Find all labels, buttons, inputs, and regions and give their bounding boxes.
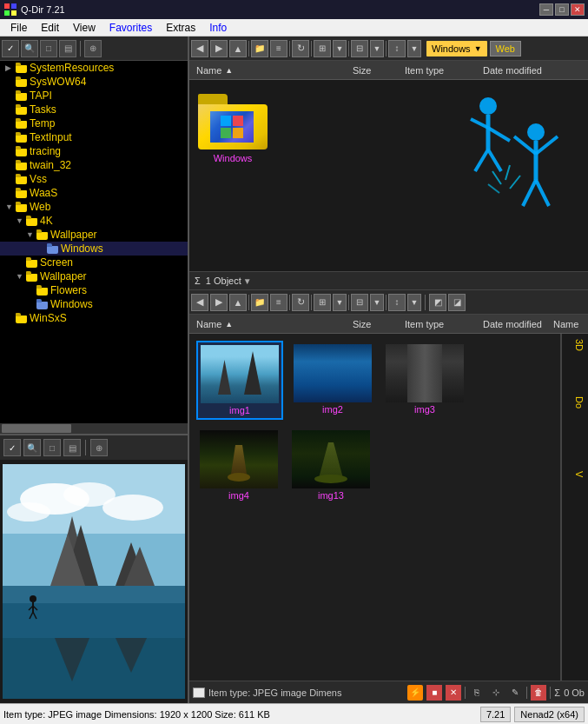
col-type[interactable]: Item type — [401, 65, 479, 76]
tree-btn-4[interactable]: ▤ — [59, 40, 76, 57]
tree-hscroll[interactable] — [0, 423, 188, 434]
status-icon-edit[interactable]: ✎ — [507, 685, 523, 701]
img-thumb-2 — [294, 344, 372, 402]
tr-btn-layout[interactable]: ⊟ — [351, 40, 368, 57]
tr-btn-grid[interactable]: ⊞ — [314, 40, 331, 57]
tr-btn-folder[interactable]: 📁 — [251, 40, 268, 57]
tree-item-web[interactable]: ▼ Web — [0, 200, 188, 214]
bot-col-extra[interactable]: Name — [550, 319, 585, 329]
status-icon-copy[interactable]: ⎘ — [469, 685, 485, 701]
tr-btn-up[interactable]: ▲ — [229, 40, 247, 57]
bot-col-type[interactable]: Item type — [401, 319, 479, 329]
tree-item-windows-wallpaper[interactable]: Windows — [0, 242, 188, 256]
br-btn-folder[interactable]: 📁 — [251, 294, 268, 311]
svg-rect-27 — [233, 116, 243, 126]
br-btn-sort[interactable]: ↕ — [388, 294, 406, 311]
tree-item-winsxs[interactable]: WinSxS — [0, 311, 188, 325]
tree-item-wallpaper-web[interactable]: ▼ Wallpaper — [0, 269, 188, 283]
maximize-button[interactable]: □ — [555, 3, 569, 16]
br-btn-extra1[interactable]: ◩ — [429, 294, 446, 311]
br-btn-layout[interactable]: ⊟ — [351, 294, 368, 311]
address-windows[interactable]: Windows ▼ — [426, 41, 487, 56]
col-name[interactable]: Name ▲ — [193, 65, 349, 76]
col-size[interactable]: Size — [349, 65, 401, 76]
svg-line-34 — [475, 149, 488, 171]
img-item-3[interactable]: img3 — [382, 341, 467, 420]
btl-btn-5[interactable]: ⊕ — [90, 439, 108, 456]
tree-item-temp[interactable]: Temp — [0, 116, 188, 130]
br-btn-sort-dd[interactable]: ▼ — [407, 294, 421, 311]
bot-col-size[interactable]: Size — [349, 319, 401, 329]
btl-btn-4[interactable]: ▤ — [63, 439, 81, 456]
img-item-13[interactable]: img13 — [288, 427, 373, 504]
flag-checkbox[interactable] — [193, 687, 205, 698]
tree-item-vss[interactable]: Vss — [0, 172, 188, 186]
tr-btn-back[interactable]: ◀ — [191, 40, 208, 57]
menu-favorites[interactable]: Favorites — [102, 20, 159, 36]
tr-btn-refresh[interactable]: ↻ — [292, 40, 309, 57]
folder-icon — [36, 285, 49, 296]
menu-file[interactable]: File — [3, 20, 34, 36]
img-item-2[interactable]: img2 — [290, 341, 375, 420]
br-btn-extra2[interactable]: ◪ — [448, 294, 466, 311]
third-panel-label-do[interactable]: Do — [564, 395, 586, 410]
tr-btn-sort[interactable]: ↕ — [388, 40, 406, 57]
status-icon-stop[interactable]: ■ — [426, 685, 442, 701]
tr-btn-sort-dd[interactable]: ▼ — [407, 40, 421, 57]
tree-item-flowers[interactable]: Flowers — [0, 283, 188, 297]
tree-item-4k[interactable]: ▼ 4K — [0, 214, 188, 228]
tree-item-systemresources[interactable]: ▶ SystemResources — [0, 61, 188, 75]
obj-count-dropdown[interactable]: ▼ — [243, 276, 252, 286]
tree-item-screen[interactable]: Screen — [0, 256, 188, 269]
col-date[interactable]: Date modified — [479, 65, 585, 76]
tree-item-syswow64[interactable]: SysWOW64 — [0, 75, 188, 89]
br-btn-view[interactable]: ≡ — [270, 294, 287, 311]
br-btn-up[interactable]: ▲ — [229, 294, 247, 311]
tree-item-windows-web[interactable]: Windows — [0, 297, 188, 311]
tree-item-tracing[interactable]: tracing — [0, 144, 188, 158]
tr-btn-view-dd[interactable]: ▼ — [333, 40, 347, 57]
menu-info[interactable]: Info — [202, 20, 234, 36]
tree-item-wallpaper-4k[interactable]: ▼ Wallpaper — [0, 228, 188, 242]
img-item-4[interactable]: img4 — [196, 427, 281, 504]
br-btn-fwd[interactable]: ▶ — [210, 294, 228, 311]
minimize-button[interactable]: ─ — [539, 3, 553, 16]
third-panel-label-3d[interactable]: 3D — [564, 337, 586, 353]
close-button[interactable]: ✕ — [571, 3, 585, 16]
tree-item-twain32[interactable]: twain_32 — [0, 158, 188, 172]
address-web[interactable]: Web — [490, 41, 521, 56]
tree-item-textinput[interactable]: TextInput — [0, 130, 188, 144]
tree-hscroll-thumb[interactable] — [2, 424, 71, 433]
btl-btn-3[interactable]: □ — [43, 439, 61, 456]
menu-extras[interactable]: Extras — [159, 20, 202, 36]
br-btn-refresh[interactable]: ↻ — [292, 294, 309, 311]
br-btn-layout-dd[interactable]: ▼ — [370, 294, 384, 311]
third-panel-label-v[interactable]: V — [564, 469, 586, 479]
status-icon-paste[interactable]: ⊹ — [488, 685, 504, 701]
tr-btn-layout-dd[interactable]: ▼ — [370, 40, 384, 57]
tree-item-tasks[interactable]: Tasks — [0, 103, 188, 116]
img-item-1[interactable]: img1 — [196, 341, 283, 420]
tree-item-waas[interactable]: WaaS — [0, 186, 188, 200]
tr-btn-fwd[interactable]: ▶ — [210, 40, 228, 57]
status-icon-x[interactable]: ✕ — [446, 685, 461, 701]
menu-view[interactable]: View — [66, 20, 102, 36]
tree-btn-3[interactable]: □ — [40, 40, 57, 57]
tree-btn-5[interactable]: ⊕ — [84, 40, 102, 57]
status-icon-lightning[interactable]: ⚡ — [407, 685, 423, 701]
tree-btn-1[interactable]: ✓ — [2, 40, 19, 57]
btl-btn-1[interactable]: ✓ — [3, 439, 21, 456]
btl-btn-2[interactable]: 🔍 — [23, 439, 41, 456]
bot-col-name[interactable]: Name ▲ — [193, 319, 349, 329]
tr-btn-view[interactable]: ≡ — [270, 40, 287, 57]
br-btn-view-dd[interactable]: ▼ — [333, 294, 347, 311]
status-icon-delete[interactable]: 🗑 — [531, 685, 546, 701]
br-btn-back[interactable]: ◀ — [191, 294, 208, 311]
file-item-windows[interactable]: Windows — [189, 80, 276, 177]
tree-btn-2[interactable]: 🔍 — [21, 40, 38, 57]
menu-edit[interactable]: Edit — [34, 20, 66, 36]
bot-col-date[interactable]: Date modified — [479, 319, 550, 329]
br-btn-grid[interactable]: ⊞ — [314, 294, 331, 311]
tree-item-tapi[interactable]: TAPI — [0, 89, 188, 103]
tree-label-tapi: TAPI — [30, 90, 52, 102]
